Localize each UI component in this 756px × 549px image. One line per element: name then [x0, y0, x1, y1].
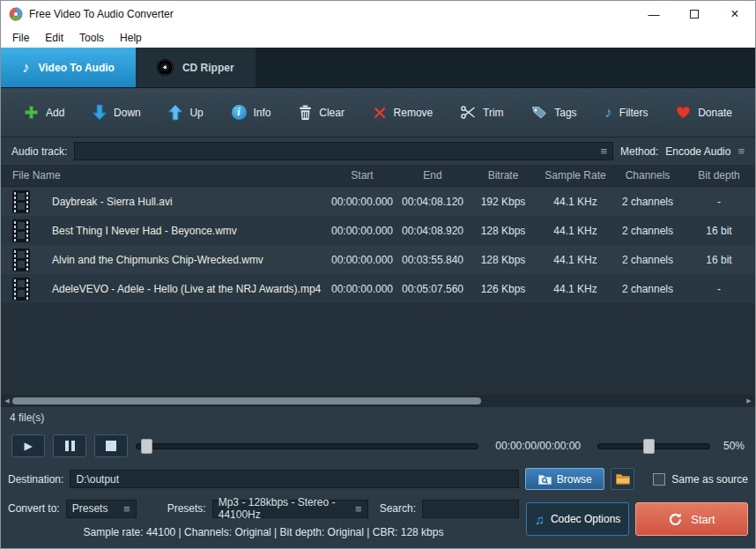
- file-name-cell: Alvin and the Chipmunks Chip-Wrecked.wmv: [1, 249, 327, 271]
- pause-button[interactable]: [53, 434, 86, 457]
- player-controls: ▶ 00:00:00/00:00:00 50%: [1, 427, 755, 464]
- table-row[interactable]: AdeleVEVO - Adele - Hello (Live at the N…: [1, 274, 755, 303]
- bitrate-cell: 126 Kbps: [468, 283, 538, 295]
- file-name-cell: AdeleVEVO - Adele - Hello (Live at the N…: [1, 278, 327, 300]
- audio-track-row: Audio track: ≡ Method: Encode Audio ≡: [1, 137, 755, 165]
- method-menu-icon: ≡: [737, 145, 745, 158]
- end-cell: 00:04:08.920: [397, 225, 468, 237]
- convert-panel: Convert to: Presets ≡ Presets: Mp3 - 128…: [8, 495, 519, 543]
- destination-input[interactable]: [76, 473, 513, 486]
- table-row[interactable]: Daybreak - Sierra Hull.avi 00:00:00.000 …: [1, 187, 755, 216]
- col-sample-rate[interactable]: Sample Rate: [538, 169, 612, 182]
- table-row[interactable]: Alvin and the Chipmunks Chip-Wrecked.wmv…: [1, 245, 755, 274]
- sample-rate-cell: 44.1 KHz: [538, 283, 612, 295]
- video-file-icon: [12, 249, 30, 271]
- audio-track-menu-icon[interactable]: ≡: [600, 145, 607, 158]
- convert-to-select[interactable]: Presets ≡: [66, 500, 137, 518]
- minimize-button[interactable]: —: [634, 1, 674, 27]
- seek-thumb[interactable]: [141, 439, 152, 454]
- stop-button[interactable]: [94, 434, 128, 457]
- end-cell: 00:03:55.840: [397, 254, 468, 266]
- scroll-left-icon[interactable]: ◀: [1, 397, 13, 404]
- menu-tools[interactable]: Tools: [71, 32, 112, 44]
- convert-to-value: Presets: [72, 502, 108, 515]
- tab-video-to-audio-label: Video To Audio: [39, 62, 115, 74]
- video-file-icon: [12, 278, 30, 300]
- trim-button[interactable]: Trim: [461, 106, 504, 119]
- add-icon: [24, 105, 39, 120]
- codec-options-button[interactable]: ♫ Codec Options: [526, 502, 629, 536]
- channels-cell: 2 channels: [612, 196, 683, 208]
- browse-folder-icon: [538, 474, 552, 485]
- presets-value: Mp3 - 128kbps - Stereo - 44100Hz: [219, 496, 348, 521]
- col-bit-depth[interactable]: Bit depth: [683, 169, 755, 182]
- method-value: Encode Audio: [665, 145, 730, 158]
- col-start[interactable]: Start: [327, 169, 397, 182]
- col-file-name[interactable]: File Name: [1, 169, 327, 182]
- play-button[interactable]: ▶: [11, 434, 45, 457]
- method-select[interactable]: Encode Audio ≡: [665, 145, 745, 158]
- horizontal-scrollbar[interactable]: ◀ ▶: [1, 395, 755, 407]
- sample-rate-cell: 44.1 KHz: [538, 254, 612, 266]
- info-button[interactable]: i Info: [232, 105, 271, 120]
- video-file-icon: [12, 219, 30, 242]
- open-folder-button[interactable]: [611, 468, 634, 490]
- start-cell: 00:00:00.000: [327, 196, 397, 208]
- volume-percent: 50%: [718, 440, 745, 452]
- same-as-source-label: Same as source: [671, 473, 748, 486]
- close-button[interactable]: ×: [715, 1, 755, 27]
- tab-cd-ripper[interactable]: CD Ripper: [136, 48, 256, 87]
- clear-button[interactable]: Clear: [299, 105, 345, 121]
- col-bitrate[interactable]: Bitrate: [468, 169, 538, 182]
- donate-button[interactable]: Donate: [676, 106, 732, 119]
- destination-label: Destination:: [8, 473, 63, 486]
- tags-button[interactable]: Tags: [531, 106, 576, 119]
- preset-info-row: Sample rate: 44100 | Channels: Original …: [8, 522, 519, 543]
- maximize-button[interactable]: [674, 1, 715, 27]
- presets-select[interactable]: Mp3 - 128kbps - Stereo - 44100Hz ≡: [212, 500, 368, 518]
- col-end[interactable]: End: [397, 169, 468, 182]
- tab-video-to-audio[interactable]: ♪ Video To Audio: [1, 48, 136, 87]
- file-name-cell: Best Thing I Never Had - Beyonce.wmv: [1, 219, 327, 242]
- same-as-source-checkbox[interactable]: [653, 473, 665, 486]
- remove-button[interactable]: Remove: [373, 106, 434, 120]
- up-button[interactable]: Up: [168, 104, 203, 121]
- volume-slider[interactable]: [597, 438, 710, 455]
- volume-thumb[interactable]: [643, 439, 655, 454]
- donate-label: Donate: [698, 107, 732, 119]
- search-input[interactable]: [428, 502, 513, 515]
- col-channels[interactable]: Channels: [612, 169, 683, 182]
- filters-label: Filters: [619, 107, 649, 119]
- file-name: Daybreak - Sierra Hull.avi: [52, 196, 173, 208]
- preset-info: Sample rate: 44100 | Channels: Original …: [84, 526, 444, 538]
- menu-help[interactable]: Help: [112, 32, 150, 44]
- codec-note-icon: ♫: [535, 512, 545, 527]
- convert-to-menu-icon: ≡: [123, 502, 130, 516]
- remove-label: Remove: [394, 107, 434, 119]
- bitrate-cell: 192 Kbps: [468, 196, 538, 208]
- file-name-cell: Daybreak - Sierra Hull.avi: [1, 190, 327, 213]
- file-table: File Name Start End Bitrate Sample Rate …: [1, 165, 755, 395]
- scroll-right-icon[interactable]: ▶: [743, 397, 755, 404]
- scrollbar-thumb[interactable]: [12, 397, 481, 404]
- close-icon: ×: [730, 6, 738, 22]
- start-button[interactable]: Start: [635, 502, 748, 536]
- seek-slider[interactable]: [136, 438, 478, 455]
- tag-icon: [531, 106, 547, 119]
- menu-edit[interactable]: Edit: [37, 32, 71, 44]
- minimize-icon: —: [649, 8, 660, 21]
- menu-file[interactable]: File: [4, 32, 37, 44]
- refresh-icon: [668, 512, 683, 527]
- down-button[interactable]: Down: [93, 104, 141, 121]
- audio-track-input[interactable]: [80, 145, 600, 158]
- browse-button[interactable]: Browse: [525, 468, 604, 490]
- file-list-empty-area: [1, 303, 755, 395]
- table-row[interactable]: Best Thing I Never Had - Beyonce.wmv 00:…: [1, 216, 755, 245]
- toolbar: Add Down Up i Info: [1, 87, 755, 137]
- scissors-icon: [461, 106, 476, 119]
- filters-button[interactable]: ♪ Filters: [604, 104, 648, 122]
- cd-icon: [157, 59, 174, 76]
- add-button[interactable]: Add: [24, 105, 64, 120]
- seek-track[interactable]: [136, 443, 478, 449]
- destination-field: [70, 470, 519, 488]
